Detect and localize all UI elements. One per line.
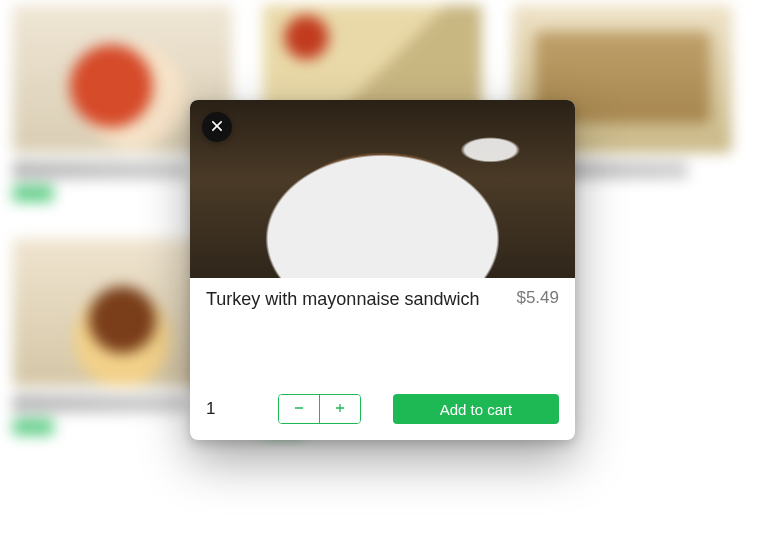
menu-card-label [13, 161, 188, 179]
quantity-stepper [278, 394, 361, 424]
menu-card-price [13, 419, 54, 435]
menu-card-label [13, 394, 188, 412]
product-modal: Turkey with mayonnaise sandwich $5.49 1 [190, 100, 575, 440]
menu-card-price [13, 185, 54, 201]
product-price: $5.49 [516, 288, 559, 308]
quantity-value: 1 [206, 399, 224, 419]
quantity-decrease-button[interactable] [279, 395, 319, 423]
minus-icon [292, 401, 306, 418]
quantity-increase-button[interactable] [320, 395, 360, 423]
plus-icon [333, 401, 347, 418]
product-image [190, 100, 575, 278]
close-button[interactable] [202, 112, 232, 142]
close-icon [209, 118, 225, 137]
product-title: Turkey with mayonnaise sandwich [206, 288, 479, 311]
add-to-cart-button[interactable]: Add to cart [393, 394, 559, 424]
